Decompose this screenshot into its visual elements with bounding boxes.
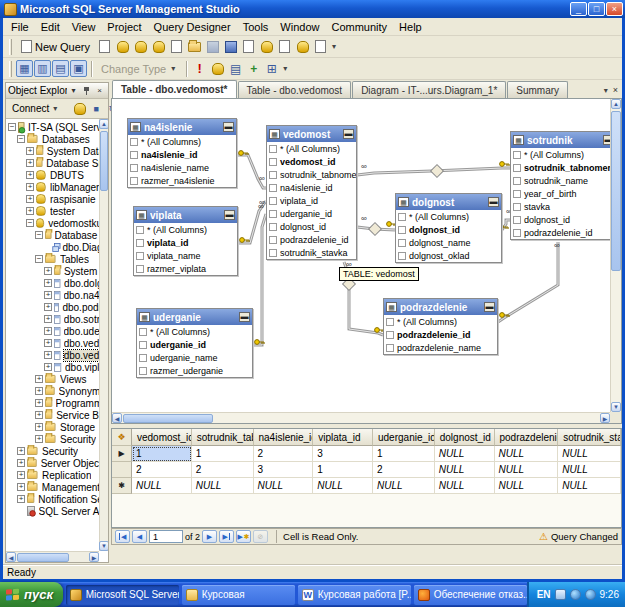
tree-item-it-sa-sql-server-9-0-139[interactable]: −IT-SA (SQL Server 9.0.139 [6, 121, 99, 133]
grid-cell[interactable]: 2 [192, 462, 254, 478]
column-checkbox[interactable] [139, 341, 147, 349]
expand-icon[interactable]: + [44, 291, 52, 299]
grid-column-header-vedomost_id[interactable]: vedomost_id [132, 429, 192, 446]
grid-column-header-podrazdelenie_id[interactable]: podrazdelenie_id [495, 429, 559, 446]
menu-community[interactable]: Community [325, 19, 393, 35]
minimize-table-icon[interactable]: ▬ [343, 129, 354, 139]
grid-cell[interactable]: NULL [435, 478, 495, 494]
tree-item-dbo-vedomost[interactable]: +dbo.vedomost [6, 337, 99, 349]
taskbar-button-1[interactable]: Microsoft SQL Server ... [66, 585, 179, 605]
expand-icon[interactable]: + [44, 351, 52, 359]
close-button[interactable]: × [606, 2, 623, 16]
expand-icon[interactable]: + [35, 423, 43, 431]
diagram-column-row[interactable]: na4islenie_name [128, 161, 236, 174]
diagram-table-viplata[interactable]: ▦viplata▬* (All Columns)viplata_idviplat… [133, 206, 238, 276]
diagram-table-sotrudnik[interactable]: ▦sotrudnik▬* (All Columns)sotrudnik_tabn… [510, 131, 611, 240]
new-query-button[interactable]: New Query [16, 37, 95, 56]
tree-item-databases[interactable]: −Databases [6, 133, 99, 145]
toolbar-grip[interactable] [9, 61, 12, 77]
column-checkbox[interactable] [513, 203, 521, 211]
active-files-icon[interactable]: ▾ [602, 86, 610, 95]
tab-4[interactable]: Summary [507, 81, 568, 98]
diagram-column-row[interactable]: * (All Columns) [267, 142, 356, 155]
diagram-column-row[interactable]: razmer_uderganie [137, 364, 252, 377]
grid-cell[interactable]: 1 [313, 462, 373, 478]
collapse-icon[interactable]: − [35, 255, 43, 263]
column-checkbox[interactable] [513, 229, 521, 237]
tree-item-programmability[interactable]: +Programmability [6, 397, 99, 409]
new-database-icon[interactable] [114, 38, 131, 55]
tuning-advisor-icon[interactable] [294, 38, 311, 55]
stop-icon[interactable]: ■ [89, 102, 103, 116]
tree-item-views[interactable]: +Views [6, 373, 99, 385]
new-record-icon[interactable]: ▶✱ [236, 530, 251, 543]
collapse-icon[interactable]: − [8, 123, 16, 131]
scroll-left-icon[interactable]: ◀ [112, 413, 122, 423]
diagram-table-titlebar[interactable]: ▦na4islenie▬ [128, 119, 236, 135]
column-checkbox[interactable] [513, 190, 521, 198]
tree-item-dbo-viplata[interactable]: +dbo.viplata [6, 361, 99, 373]
expand-icon[interactable]: + [44, 303, 52, 311]
grid-cell[interactable]: 3 [313, 446, 373, 462]
column-checkbox[interactable] [386, 318, 394, 326]
show-sql-pane-icon[interactable]: ▤ [52, 60, 69, 77]
diagram-column-row[interactable]: podrazdelenie_id [511, 226, 611, 239]
diagram-table-podrazdelenie[interactable]: ▦podrazdelenie▬* (All Columns)podrazdele… [383, 298, 498, 355]
diagram-table-na4islenie[interactable]: ▦na4islenie▬* (All Columns)na4islenie_id… [127, 118, 237, 188]
diagram-column-row[interactable]: na4islenie_id [267, 181, 356, 194]
minimize-table-icon[interactable]: ▬ [484, 302, 495, 312]
diagram-column-row[interactable]: dolgnost_oklad [396, 249, 501, 262]
tree-item-raspisanie[interactable]: +raspisanie [6, 193, 99, 205]
column-checkbox[interactable] [130, 138, 138, 146]
network-icon[interactable] [585, 589, 596, 600]
diagram-column-row[interactable]: viplata_name [134, 249, 237, 262]
collapse-icon[interactable]: − [35, 231, 43, 239]
diagram-canvas[interactable]: ∞∞∞∞∞∞∞∞ ▦na4islenie▬* (All Columns)na4i… [112, 99, 611, 412]
grid-cell[interactable]: NULL [132, 478, 192, 494]
file-icon[interactable] [168, 38, 185, 55]
expand-icon[interactable]: + [17, 495, 25, 503]
next-record-icon[interactable]: ▶ [202, 530, 217, 543]
scroll-left-icon[interactable]: ◀ [6, 552, 16, 562]
menu-view[interactable]: View [66, 19, 102, 35]
messenger-icon[interactable] [570, 589, 581, 600]
collapse-icon[interactable]: − [26, 219, 34, 227]
diagram-table-uderganie[interactable]: ▦uderganie▬* (All Columns)uderganie_idud… [136, 308, 253, 378]
taskbar-button-2[interactable]: Курсовая [182, 585, 295, 605]
attach-database-icon[interactable] [132, 38, 149, 55]
grid-cell[interactable]: NULL [495, 478, 559, 494]
minimize-table-icon[interactable]: ▬ [223, 122, 234, 132]
expand-icon[interactable]: + [44, 315, 52, 323]
collapse-icon[interactable]: − [17, 135, 25, 143]
diagram-table-titlebar[interactable]: ▦sotrudnik▬ [511, 132, 611, 148]
new-row-indicator[interactable]: ✱ [112, 478, 132, 494]
diagram-horizontal-scrollbar[interactable]: ◀ ▶ [112, 412, 610, 423]
expand-icon[interactable]: + [35, 435, 43, 443]
expand-icon[interactable]: + [44, 279, 52, 287]
diagram-column-row[interactable]: * (All Columns) [134, 223, 237, 236]
previous-record-icon[interactable]: ◀ [132, 530, 147, 543]
diagram-column-row[interactable]: podrazdelenie_id [384, 328, 497, 341]
tree-item-dbo-diagram-1[interactable]: +dbo.Diagram_1 [6, 241, 99, 253]
tree-item-management[interactable]: +Management [6, 481, 99, 493]
tree-item-system-tables[interactable]: +System Tables [6, 265, 99, 277]
column-checkbox[interactable] [130, 151, 138, 159]
diagram-column-row[interactable]: * (All Columns) [396, 210, 501, 223]
diagram-table-titlebar[interactable]: ▦uderganie▬ [137, 309, 252, 325]
diagram-column-row[interactable]: viplata_id [267, 194, 356, 207]
scroll-right-icon[interactable]: ▶ [89, 552, 99, 562]
diagram-column-row[interactable]: podrazdelenie_name [384, 341, 497, 354]
tree-item-dbo-podrazdelenie[interactable]: +dbo.podrazdelenie [6, 301, 99, 313]
grid-corner-cell[interactable]: ❖ [112, 429, 132, 446]
diagram-column-row[interactable]: viplata_id [134, 236, 237, 249]
menu-tools[interactable]: Tools [237, 19, 275, 35]
print-icon[interactable] [240, 38, 257, 55]
scroll-up-icon[interactable]: ▲ [611, 99, 621, 109]
column-checkbox[interactable] [269, 145, 277, 153]
diagram-column-row[interactable]: sotrudnik_tabnomer [267, 168, 356, 181]
profiler-icon[interactable] [276, 38, 293, 55]
toolbar-overflow-icon[interactable]: ▾ [281, 64, 289, 73]
column-checkbox[interactable] [398, 213, 406, 221]
disconnect-icon[interactable] [73, 102, 87, 116]
column-checkbox[interactable] [139, 354, 147, 362]
